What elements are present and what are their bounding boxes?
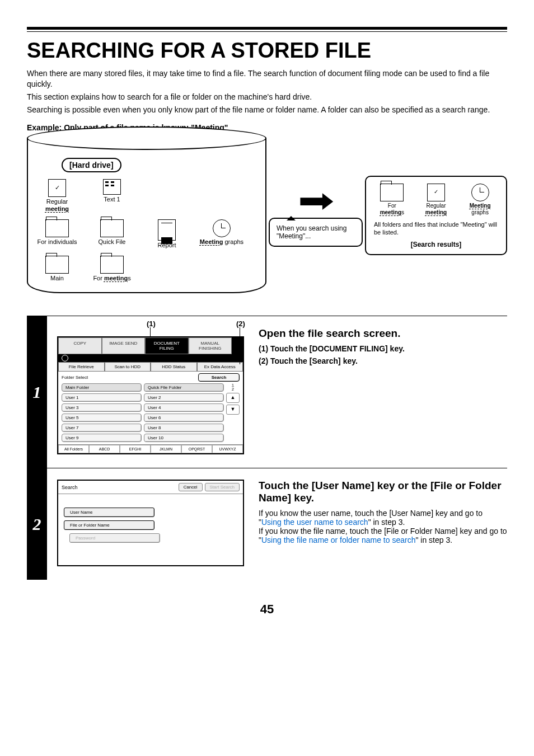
clock-icon (213, 219, 231, 237)
folder-individuals: For individuals (35, 219, 79, 249)
alpha-tab[interactable]: OPQRST (181, 445, 212, 453)
subtab-hdd-status[interactable]: HDD Status (151, 362, 197, 372)
clock-icon (471, 184, 489, 201)
folder-quick-file: Quick File (90, 219, 134, 249)
intro-p3: Searching is possible even when you only… (27, 105, 507, 115)
user-button[interactable]: User 3 (62, 403, 142, 412)
scroll-down-button[interactable]: ▼ (226, 405, 240, 415)
file-meeting-graphs: Meeting graphs (199, 219, 244, 249)
user-button[interactable]: User 1 (62, 393, 142, 402)
intro-p2: This section explains how to search for … (27, 92, 507, 102)
step-2: 2 Search Cancel Start Search User Name F… (27, 468, 507, 580)
alpha-tab[interactable]: JKLMN (151, 445, 181, 453)
result-folder: Formeetings (375, 184, 409, 216)
screen-folder-select: COPY IMAGE SEND DOCUMENT FILING MANUAL F… (57, 336, 244, 454)
folder-main: Main (35, 256, 79, 282)
intro-p1: When there are many stored files, it may… (27, 68, 507, 90)
subtab-scan-hdd[interactable]: Scan to HDD (105, 362, 151, 372)
user-button[interactable]: User 5 (62, 414, 142, 422)
folder-for-meetings: For meetings (90, 256, 134, 282)
user-button[interactable]: User 4 (144, 403, 224, 412)
hard-drive-cylinder: [Hard drive] Regular meeting Text 1 For … (27, 138, 266, 294)
tab-document-filing[interactable]: DOCUMENT FILING (145, 337, 189, 354)
user-button[interactable]: User 9 (62, 434, 142, 442)
password-button[interactable]: Password (69, 533, 160, 543)
search-title: Search (62, 485, 78, 490)
result-graphs: Meetinggraphs (463, 184, 497, 216)
step-number: 1 (27, 316, 47, 468)
file-text1: Text 1 (90, 179, 134, 213)
results-note: All folders and files that include "Meet… (374, 220, 498, 237)
callout-1: (1) (147, 320, 156, 328)
step1-line2: (2) Touch the [Search] key. (259, 356, 507, 365)
folder-icon (45, 219, 69, 237)
arrow-right-icon: ➡ (298, 184, 334, 218)
step1-line1: (1) Touch the [DOCUMENT FILING] key. (259, 344, 507, 353)
board-icon (103, 179, 121, 195)
page-number: 45 (27, 602, 507, 617)
folder-icon (380, 184, 404, 201)
user-button[interactable]: User 10 (144, 434, 224, 442)
doc-lines-icon (158, 219, 176, 241)
folder-select-label: Folder Select (62, 375, 196, 380)
main-folder-button[interactable]: Main Folder (62, 383, 142, 392)
concept-diagram: [Hard drive] Regular meeting Text 1 For … (27, 138, 507, 294)
file-report: Report (144, 219, 189, 249)
subtab-ex-data[interactable]: Ex Data Access (197, 362, 243, 372)
alpha-tab[interactable]: ABCD (89, 445, 120, 453)
user-button[interactable]: User 8 (144, 424, 224, 432)
search-results-box: Formeetings Regularmeeting Meetinggraphs… (365, 176, 507, 256)
page-title: SEARCHING FOR A STORED FILE (27, 39, 507, 63)
subtab-file-retrieve[interactable]: File Retrieve (58, 362, 105, 372)
link-user-name-search[interactable]: Using the user name to search (261, 518, 368, 527)
callout-2: (2) (236, 320, 245, 328)
user-name-button[interactable]: User Name (64, 508, 154, 517)
tab-manual-finishing[interactable]: MANUAL FINISHING (189, 337, 232, 354)
step2-p2: If you know the file name, touch the [Fi… (259, 527, 507, 544)
step2-p1: If you know the user name, touch the [Us… (259, 509, 507, 527)
alpha-tab[interactable]: EFGHI (120, 445, 151, 453)
user-button[interactable]: User 6 (144, 414, 224, 422)
screen-search: Search Cancel Start Search User Name Fil… (57, 480, 244, 566)
tab-copy[interactable]: COPY (58, 337, 102, 354)
doc-check-icon (427, 184, 445, 201)
results-title: [Search results] (372, 241, 500, 248)
folder-icon (100, 256, 124, 274)
link-file-name-search[interactable]: Using the file name or folder name to se… (261, 536, 415, 544)
scroll-up-button[interactable]: ▲ (226, 393, 240, 403)
quick-file-folder-button[interactable]: Quick File Folder (144, 383, 224, 392)
doc-check-icon (48, 179, 66, 197)
hard-drive-label: [Hard drive] (62, 158, 121, 172)
globe-icon (62, 355, 68, 361)
tab-image-send[interactable]: IMAGE SEND (102, 337, 146, 354)
file-or-folder-name-button[interactable]: File or Folder Name (64, 520, 154, 530)
result-regular: Regularmeeting (419, 184, 453, 216)
search-callout: When you search using "Meeting"... (269, 218, 363, 247)
user-button[interactable]: User 7 (62, 424, 142, 432)
step1-heading: Open the file search screen. (259, 327, 507, 340)
file-regular-meeting: Regular meeting (35, 179, 79, 213)
step-number: 2 (27, 468, 47, 580)
alpha-tab[interactable]: All Folders (58, 445, 89, 453)
folder-icon (45, 256, 69, 274)
top-rule (27, 27, 507, 32)
alpha-tab[interactable]: UVWXYZ (212, 445, 243, 453)
user-button[interactable]: User 2 (144, 393, 224, 402)
start-search-button[interactable]: Start Search (205, 483, 240, 491)
folder-icon (100, 219, 124, 237)
step-1: 1 (1) (2) COPY IMAGE SEND DOCUMENT FILIN… (27, 316, 507, 468)
cancel-button[interactable]: Cancel (179, 483, 203, 491)
step2-heading: Touch the [User Name] key or the [File o… (259, 480, 507, 504)
search-button[interactable]: Search (198, 373, 240, 382)
